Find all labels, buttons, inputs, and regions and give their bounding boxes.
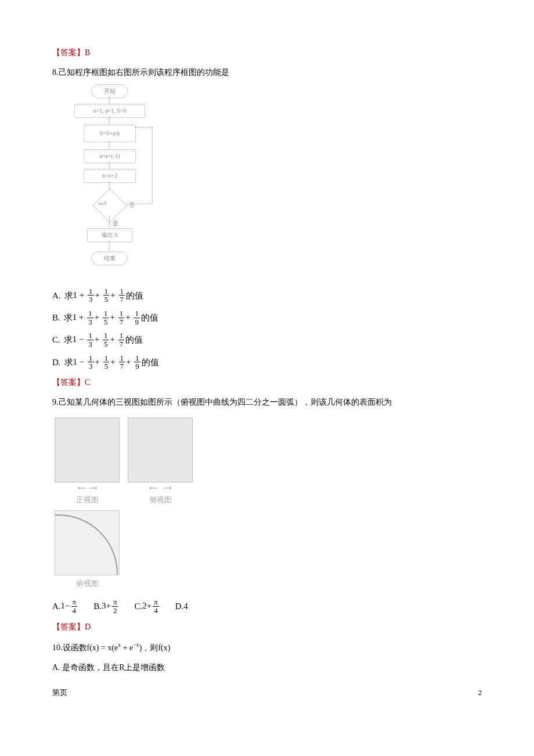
option-expr: 2+π4	[142, 598, 160, 614]
answer-label: 【答案】	[52, 48, 85, 57]
option-lead: C.	[52, 333, 60, 347]
option-expr: 1 − 13+ 15+ 17+ 19	[73, 354, 142, 370]
flow-loop	[135, 127, 152, 128]
flow-arrow	[109, 97, 110, 104]
flow-end: 结束	[92, 251, 128, 265]
option-expr: 4	[183, 599, 188, 613]
option-pre: 求	[64, 311, 73, 325]
q9-option-c: C. 2+π4	[134, 598, 160, 614]
side-view: ⟵ ⟶ 侧视图	[125, 417, 195, 506]
page-footer: 第页 2	[52, 687, 482, 699]
flow-start: 开始	[92, 84, 128, 98]
option-tail: 的值	[125, 333, 143, 347]
q9-answer: 【答案】D	[52, 621, 482, 633]
footer-left: 第页	[52, 687, 67, 699]
answer-label: 【答案】	[52, 378, 85, 387]
q8-option-a: A. 求 1 + 13+ 15+ 17 的值	[52, 287, 482, 304]
flow-step3: n=n+2	[84, 169, 136, 183]
answer-label: 【答案】	[52, 622, 85, 631]
dim-markers: ⟵ ⟶	[125, 484, 195, 493]
option-pre: 求	[64, 355, 73, 369]
option-expr: 1 + 13+ 15+ 17	[73, 287, 126, 304]
option-text: 是奇函数，且在R上是增函数	[62, 663, 165, 672]
arc-curve	[55, 514, 118, 575]
view-rect	[55, 417, 120, 483]
three-views-figure: ⟵ ⟶ 正视图 ⟵ ⟶ 侧视图 俯视图	[52, 415, 203, 593]
q8-option-b: B. 求 1 + 13+ 15+ 17+ 19 的值	[52, 309, 482, 326]
q8-stem: 8.己知程序框图如右图所示则该程序框图的功能是	[52, 66, 482, 79]
q8-answer: 【答案】C	[52, 376, 482, 389]
flow-yes: 是	[113, 219, 118, 228]
view-rect	[128, 417, 193, 483]
flow-arrow	[109, 217, 110, 227]
q9-option-a: A. 1−π4	[52, 598, 78, 614]
top-label: 俯视图	[52, 578, 122, 590]
flow-arrow	[109, 241, 110, 250]
flow-init: n=1, a=1, S=0	[74, 104, 145, 118]
flow-no: 否	[129, 200, 135, 210]
option-lead: D.	[175, 599, 184, 613]
answer-letter: B	[85, 48, 90, 57]
footer-right: 2	[478, 687, 482, 699]
option-lead: C.	[134, 599, 142, 613]
q8-number: 8.	[52, 68, 59, 77]
option-tail: 的值	[142, 355, 159, 369]
flowchart-figure: 开始 n=1, a=1, S=0 S=S+a/n a=a+(-1) n=n+2 …	[64, 84, 157, 282]
flow-cond	[92, 188, 127, 222]
answer-letter: C	[85, 378, 90, 387]
q10-option-a: A. 是奇函数，且在R上是增函数	[52, 661, 482, 674]
option-lead: D.	[52, 355, 61, 369]
option-lead: B.	[52, 311, 60, 325]
flow-arrow	[109, 141, 110, 149]
q9-text: 己知某几何体的三视图如图所示（俯视图中曲线为四二分之一圆弧），则该几何体的表面积…	[59, 398, 392, 406]
option-expr: 3+π2	[102, 598, 120, 614]
q9-option-d: D. 4	[175, 599, 188, 613]
q9-number: 9.	[52, 398, 59, 406]
flow-loop	[127, 204, 152, 204]
q8-option-c: C. 求 1 − 13+ 15+ 17 的值	[52, 332, 482, 348]
option-lead: A.	[52, 289, 61, 303]
top-view: 俯视图	[52, 510, 122, 590]
flow-cond-text: n≥9	[99, 199, 107, 207]
q7-answer: 【答案】B	[52, 46, 482, 59]
flow-step1: S=S+a/n	[84, 125, 136, 142]
flow-arrow	[109, 162, 110, 169]
view-arc	[55, 510, 120, 575]
q10-formula: f(x) = x(ex + e−x)	[87, 643, 142, 652]
flow-arrow	[109, 117, 110, 125]
dim-markers: ⟵ ⟶	[52, 484, 122, 493]
q10-number: 10.	[52, 643, 63, 652]
flow-out: 输出 S	[87, 228, 132, 242]
side-label: 侧视图	[125, 494, 195, 506]
flow-loop	[152, 127, 153, 204]
option-expr: 1 − 13+ 15+ 17	[73, 332, 125, 348]
option-expr: 1 + 13+ 15+ 17+ 19	[73, 309, 141, 326]
q10-stem: 10.设函数f(x) = x(ex + e−x)，则f(x)	[52, 640, 482, 654]
answer-letter: D	[85, 622, 91, 631]
q8-text: 己知程序框图如右图所示则该程序框图的功能是	[59, 68, 229, 77]
q8-option-d: D. 求 1 − 13+ 15+ 17+ 19 的值	[52, 354, 482, 370]
flow-step2: a=a+(-1)	[84, 149, 136, 163]
option-expr: 1−π4	[61, 598, 79, 614]
q9-stem: 9.己知某几何体的三视图如图所示（俯视图中曲线为四二分之一圆弧），则该几何体的表…	[52, 396, 482, 409]
front-view: ⟵ ⟶ 正视图	[52, 417, 122, 506]
option-lead: A.	[52, 663, 62, 672]
option-pre: 求	[64, 289, 73, 303]
option-tail: 的值	[141, 311, 158, 325]
q10-suffix: ，则f(x)	[142, 643, 170, 652]
option-tail: 的值	[126, 289, 143, 303]
q10-prefix: 设函数	[63, 643, 87, 652]
option-lead: B.	[93, 599, 102, 613]
option-lead: A.	[52, 599, 61, 613]
q9-options: A. 1−π4 B. 3+π2 C. 2+π4 D. 4	[52, 598, 482, 614]
option-pre: 求	[64, 333, 73, 347]
q9-option-b: B. 3+π2	[93, 598, 119, 614]
front-label: 正视图	[52, 494, 122, 506]
